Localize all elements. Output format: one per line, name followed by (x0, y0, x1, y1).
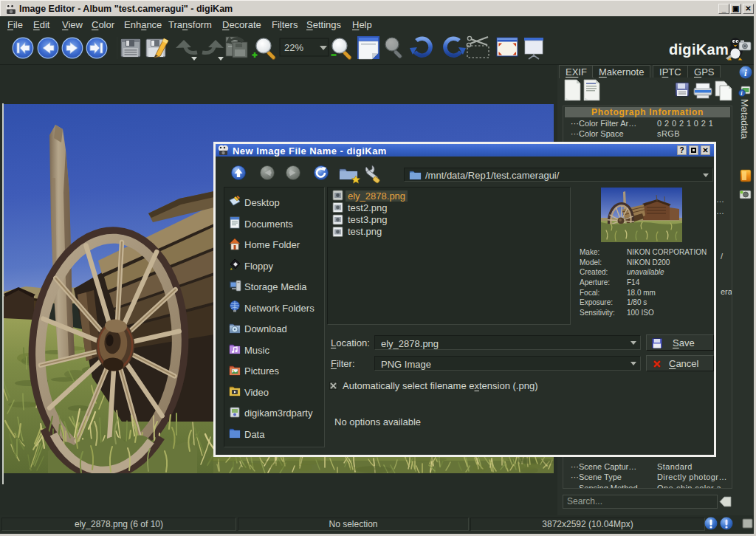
svg-text:i: i (744, 67, 747, 78)
svg-text:22%: 22% (284, 42, 303, 53)
svg-text:digiKam: digiKam (669, 41, 729, 58)
